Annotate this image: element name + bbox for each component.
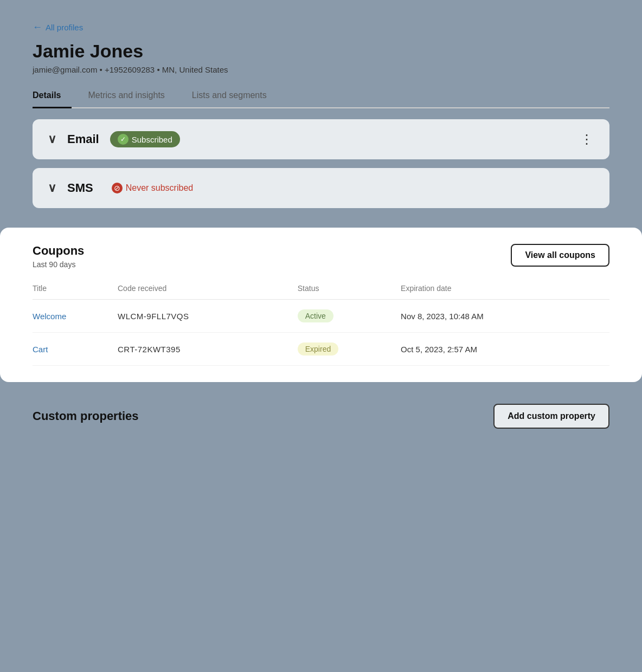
profile-phone: +1952609283 xyxy=(105,65,155,74)
coupon-code-welcome: WLCM-9FLL7VQS xyxy=(118,300,298,333)
coupon-expiration-welcome: Nov 8, 2023, 10:48 AM xyxy=(401,300,609,333)
coupon-link-welcome[interactable]: Welcome xyxy=(33,312,66,321)
profile-name: Jamie Jones xyxy=(33,41,609,62)
sms-status-label: Never subscribed xyxy=(126,183,194,193)
back-link-label: All profiles xyxy=(46,23,83,32)
coupon-expiration-cart: Oct 5, 2023, 2:57 AM xyxy=(401,333,609,366)
coupon-row-cart: Cart CRT-72KWT395 Expired Oct 5, 2023, 2… xyxy=(33,333,609,366)
check-icon: ✓ xyxy=(118,134,129,145)
block-icon: ⊘ xyxy=(112,183,123,193)
coupons-table: Title Code received Status Expiration da… xyxy=(33,284,609,366)
coupon-code-cart: CRT-72KWT395 xyxy=(118,333,298,366)
tab-metrics[interactable]: Metrics and insights xyxy=(88,85,175,108)
sms-channel-label: SMS xyxy=(67,181,93,195)
coupons-title: Coupons xyxy=(33,244,84,258)
tabs-bar: Details Metrics and insights Lists and s… xyxy=(33,85,609,108)
profile-email: jamie@gmail.com xyxy=(33,65,97,74)
email-subscription-card: ∨ Email ✓ Subscribed ⋮ xyxy=(33,119,609,159)
custom-props-title: Custom properties xyxy=(33,409,139,423)
view-all-coupons-button[interactable]: View all coupons xyxy=(511,244,609,267)
tab-details[interactable]: Details xyxy=(33,85,72,108)
coupon-row-welcome: Welcome WLCM-9FLL7VQS Active Nov 8, 2023… xyxy=(33,300,609,333)
profile-separator-2: • xyxy=(157,65,162,74)
custom-properties-section: Custom properties Add custom property xyxy=(0,382,642,450)
profile-separator-1: • xyxy=(100,65,105,74)
email-status-label: Subscribed xyxy=(132,135,172,144)
add-custom-property-button[interactable]: Add custom property xyxy=(493,404,609,429)
profile-location: MN, United States xyxy=(162,65,228,74)
email-more-button[interactable]: ⋮ xyxy=(580,132,594,147)
col-status: Status xyxy=(298,284,401,300)
email-card-left: ∨ Email ✓ Subscribed xyxy=(48,131,180,147)
coupons-header: Coupons Last 90 days View all coupons xyxy=(33,244,609,269)
coupons-title-block: Coupons Last 90 days xyxy=(33,244,84,269)
sms-card-left: ∨ SMS ⊘ Never subscribed xyxy=(48,180,201,196)
email-status-badge: ✓ Subscribed xyxy=(110,131,180,147)
coupon-status-cart: Expired xyxy=(298,333,401,366)
status-badge-active: Active xyxy=(298,309,333,322)
coupons-section: Coupons Last 90 days View all coupons Ti… xyxy=(0,228,642,382)
subscriptions-section: ∨ Email ✓ Subscribed ⋮ ∨ SMS ⊘ Never sub… xyxy=(33,108,609,228)
coupon-title-welcome[interactable]: Welcome xyxy=(33,300,118,333)
coupon-title-cart[interactable]: Cart xyxy=(33,333,118,366)
coupons-subtitle: Last 90 days xyxy=(33,260,84,269)
back-link[interactable]: ← All profiles xyxy=(33,22,609,33)
profile-meta: jamie@gmail.com • +1952609283 • MN, Unit… xyxy=(33,65,609,74)
sms-status-badge: ⊘ Never subscribed xyxy=(104,180,201,196)
col-expiration-date: Expiration date xyxy=(401,284,609,300)
back-arrow-icon: ← xyxy=(33,22,42,33)
col-title: Title xyxy=(33,284,118,300)
coupon-status-welcome: Active xyxy=(298,300,401,333)
status-badge-expired: Expired xyxy=(298,343,338,356)
tab-lists[interactable]: Lists and segments xyxy=(192,85,278,108)
sms-subscription-card: ∨ SMS ⊘ Never subscribed xyxy=(33,168,609,208)
col-code-received: Code received xyxy=(118,284,298,300)
coupons-table-header-row: Title Code received Status Expiration da… xyxy=(33,284,609,300)
email-channel-label: Email xyxy=(67,132,99,146)
custom-props-header: Custom properties Add custom property xyxy=(33,398,609,429)
sms-chevron-icon[interactable]: ∨ xyxy=(48,181,56,195)
coupon-link-cart[interactable]: Cart xyxy=(33,345,48,354)
email-chevron-icon[interactable]: ∨ xyxy=(48,132,56,146)
